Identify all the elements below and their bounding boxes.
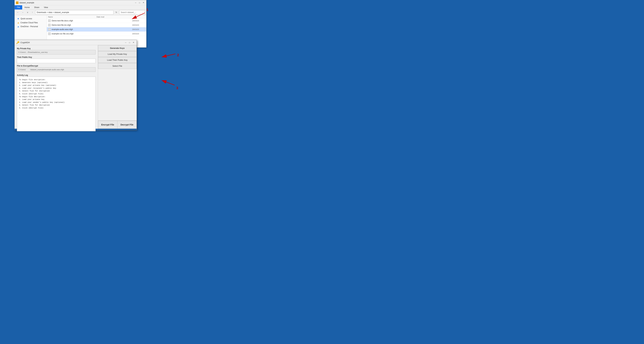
file-date: 29/03/20 — [132, 33, 145, 35]
folder-icon — [16, 1, 18, 4]
crypt-title: Crypt4GH — [20, 41, 30, 44]
load-public-key-button[interactable]: Load Their Public Key — [98, 57, 136, 63]
activity-label: Activity Log — [17, 74, 96, 76]
explorer-title-bar: dataset_example ─ □ ✕ — [15, 0, 146, 5]
file-date: 29/03/20 — [132, 20, 145, 22]
sidebar-item-quick-access[interactable]: ★ Quick access — [15, 16, 47, 21]
sidebar-item-label: Quick access — [20, 17, 32, 20]
file-name: Demo-text-file.docx.c4gh — [52, 20, 132, 22]
address-input[interactable] — [35, 10, 114, 14]
annotation-3: 3 — [176, 86, 178, 90]
sidebar-item-onedrive[interactable]: ☁ OneDrive - Personal — [15, 24, 47, 28]
load-private-key-button[interactable]: Load My Private Key — [98, 51, 136, 57]
file-section: File to Encrypt/Decrypt — [17, 65, 96, 72]
crypt-left-panel: My Private Key Their Public Key File to … — [15, 45, 98, 129]
log-line: 2. Load your private key (optional) — [19, 84, 94, 87]
public-key-label: Their Public Key — [17, 56, 96, 58]
tab-share[interactable]: Share — [32, 5, 42, 9]
refresh-button[interactable]: ↻ — [114, 10, 118, 14]
crypt-right-panel: Generate Keys Load My Private Key Load T… — [98, 45, 136, 129]
crypt-minimize-button[interactable]: ─ — [124, 41, 127, 44]
tab-file[interactable]: File — [15, 5, 22, 9]
activity-section: Activity Log To begin file encryption: 1… — [17, 74, 96, 131]
minimize-button[interactable]: ─ — [134, 1, 137, 4]
log-line: 1. Load your private key — [19, 98, 94, 101]
public-key-input[interactable] — [17, 59, 96, 63]
log-line: 4. Click [Decrypt File] — [19, 107, 94, 110]
decrypt-file-button[interactable]: Decrypt File — [117, 121, 137, 129]
file-item[interactable]: example-csv file.csv.c4gh 29/03/20 — [47, 32, 146, 36]
file-item-selected[interactable]: example-audio.wav.c4gh 29/03/20 — [47, 27, 146, 32]
search-input[interactable] — [119, 10, 145, 14]
explorer-title: dataset_example — [20, 1, 34, 4]
file-item[interactable]: Demo-text-file.docx.c4gh 29/03/20 — [47, 19, 146, 23]
file-path-input[interactable] — [17, 67, 96, 72]
file-icon — [48, 28, 51, 31]
sidebar-item-label: Creative Cloud Files — [20, 21, 38, 24]
file-icon — [48, 24, 51, 26]
private-key-label: My Private Key — [17, 47, 96, 50]
tab-view[interactable]: View — [42, 5, 50, 9]
log-line: To begin file decryption: — [19, 95, 94, 98]
select-file-button[interactable]: Select File — [98, 63, 136, 69]
right-panel-top: Generate Keys Load My Private Key Load T… — [98, 45, 136, 121]
log-line: 3. Select file for decryption — [19, 104, 94, 107]
encrypt-file-button[interactable]: Encrypt File — [98, 121, 117, 129]
private-key-input[interactable] — [17, 50, 96, 54]
file-date: 29/03/20 — [132, 28, 145, 30]
annotation-2: 2 — [177, 53, 179, 57]
ribbon: File Home Share View — [15, 5, 146, 10]
maximize-button[interactable]: □ — [138, 1, 141, 4]
log-line: 5. Click [Encrypt File] — [19, 93, 94, 95]
forward-button[interactable]: → — [21, 10, 24, 14]
file-date: 29/03/20 — [132, 24, 145, 26]
title-bar-controls: ─ □ ✕ — [134, 1, 145, 4]
crypt-maximize-button[interactable]: □ — [128, 41, 131, 44]
log-line: 2. Load your sender's public key (option… — [19, 101, 94, 104]
onedrive-icon: ☁ — [17, 25, 19, 28]
private-key-section: My Private Key — [17, 47, 96, 54]
back-button[interactable]: ← — [16, 10, 20, 14]
public-key-section: Their Public Key — [17, 56, 96, 63]
crypt-window-controls: ─ □ ✕ — [124, 41, 135, 44]
generate-keys-button[interactable]: Generate Keys — [98, 45, 136, 51]
crypt-title-left: 🔑 Crypt4GH — [16, 41, 30, 44]
file-name: example-audio.wav.c4gh — [52, 28, 132, 30]
file-name: Demo-text-file.txt.c4gh — [52, 24, 132, 26]
annotation-1: 1 — [146, 8, 148, 12]
file-list-header: Name Date mod — [47, 15, 146, 19]
column-name: Name — [48, 16, 96, 18]
cloud-icon: ☁ — [17, 21, 19, 24]
ribbon-tabs: File Home Share View — [15, 5, 146, 9]
up-button[interactable]: ↑ — [30, 10, 34, 14]
svg-line-2 — [162, 54, 176, 57]
column-date: Date mod — [96, 16, 145, 18]
address-bar: ← → ∨ ↑ ↻ — [15, 10, 146, 15]
key-icon: 🔑 — [16, 41, 20, 44]
file-icon — [48, 19, 51, 22]
crypt-title-bar: 🔑 Crypt4GH ─ □ ✕ — [15, 40, 136, 45]
log-line: 1. Generate keys (optional) — [19, 81, 94, 84]
crypt4gh-dialog: 🔑 Crypt4GH ─ □ ✕ My Private Key Their Pu… — [14, 40, 137, 130]
title-bar-left: dataset_example — [16, 1, 34, 4]
crypt-close-button[interactable]: ✕ — [132, 41, 135, 44]
sidebar-item-creative-cloud[interactable]: ☁ Creative Cloud Files — [15, 21, 47, 24]
file-name: example-csv file.csv.c4gh — [52, 33, 132, 35]
activity-log: To begin file encryption: 1. Generate ke… — [17, 77, 96, 131]
file-label: File to Encrypt/Decrypt — [17, 65, 96, 67]
crypt-body: My Private Key Their Public Key File to … — [15, 45, 136, 129]
log-line: 3. Load your recipient's public key — [19, 87, 94, 90]
log-line: 4. Select file for encryption — [19, 90, 94, 93]
star-icon: ★ — [17, 17, 19, 20]
tab-home[interactable]: Home — [22, 5, 32, 9]
svg-line-3 — [162, 80, 174, 85]
encrypt-decrypt-row: Encrypt File Decrypt File — [98, 121, 136, 129]
sidebar-item-label: OneDrive - Personal — [20, 25, 38, 28]
file-icon — [48, 32, 51, 35]
close-button[interactable]: ✕ — [142, 1, 145, 4]
recent-button[interactable]: ∨ — [26, 10, 30, 14]
log-line: To begin file encryption: — [19, 78, 94, 81]
file-item[interactable]: Demo-text-file.txt.c4gh 29/03/20 — [47, 23, 146, 27]
